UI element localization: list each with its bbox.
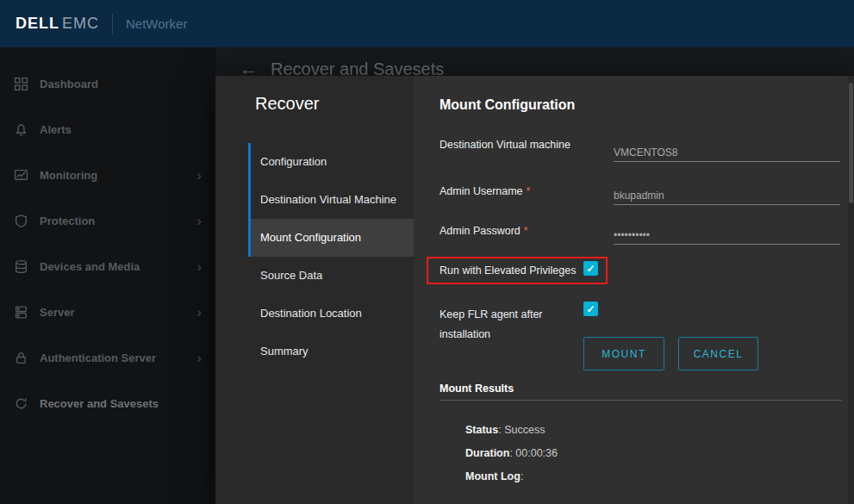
required-marker: * (524, 225, 528, 237)
result-duration-row: Duration: 00:00:36 (465, 447, 558, 459)
admin-password-input[interactable]: •••••••••• (614, 227, 840, 245)
product-name: NetWorker (126, 16, 187, 31)
destination-vm-input[interactable]: VMCENTOS8 (614, 144, 840, 162)
panel-title: Mount Configuration (439, 97, 575, 113)
result-mount-log-row: Mount Log: (465, 470, 523, 482)
wizard-step-source-data[interactable]: Source Data (248, 257, 414, 295)
mount-button[interactable]: MOUNT (583, 337, 664, 370)
dell-emc-logo: DELL EMC (16, 15, 99, 33)
topbar-divider (112, 14, 113, 34)
cancel-button[interactable]: CANCEL (678, 337, 758, 370)
keep-flr-agent-label: Keep FLR agent after installation (439, 305, 573, 345)
admin-password-label: Admin Password* (439, 225, 528, 237)
emc-logo-text: EMC (62, 15, 99, 33)
content-area: Dashboard Alerts Monitoring › (0, 47, 854, 504)
elevated-privileges-label: Run with Elevated Privileges (439, 264, 576, 277)
wizard-step-destination-virtual-machine[interactable]: Destination Virtual Machine (248, 181, 414, 219)
scrollbar-thumb[interactable] (849, 83, 853, 203)
admin-username-label: Admin Username* (439, 185, 530, 197)
panel-scrollbar[interactable] (848, 76, 854, 504)
wizard-step-mount-configuration[interactable]: Mount Configuration (248, 219, 414, 257)
mount-results-title: Mount Results (439, 383, 514, 395)
wizard-step-destination-location[interactable]: Destination Location (248, 295, 414, 333)
dell-logo-text: DELL (16, 15, 59, 33)
admin-username-input[interactable]: bkupadmin (614, 187, 840, 205)
recover-wizard-dialog: Recover Configuration Destination Virtua… (215, 76, 854, 504)
required-marker: * (527, 185, 531, 197)
wizard-title: Recover (255, 94, 319, 114)
wizard-step-configuration[interactable]: Configuration (248, 143, 414, 181)
keep-flr-agent-checkbox[interactable]: ✓ (583, 302, 598, 316)
wizard-step-summary[interactable]: Summary (248, 333, 414, 370)
results-divider (439, 400, 842, 401)
result-status-row: Status: Success (465, 424, 545, 436)
destination-vm-label: Destination Virtual machine (439, 139, 574, 151)
topbar: DELL EMC NetWorker (0, 0, 854, 47)
wizard-step-nav: Recover Configuration Destination Virtua… (215, 76, 414, 504)
wizard-steps-list: Configuration Destination Virtual Machin… (248, 143, 414, 370)
elevated-privileges-checkbox[interactable]: ✓ (583, 261, 598, 276)
mount-configuration-panel: Mount Configuration Destination Virtual … (414, 76, 854, 504)
